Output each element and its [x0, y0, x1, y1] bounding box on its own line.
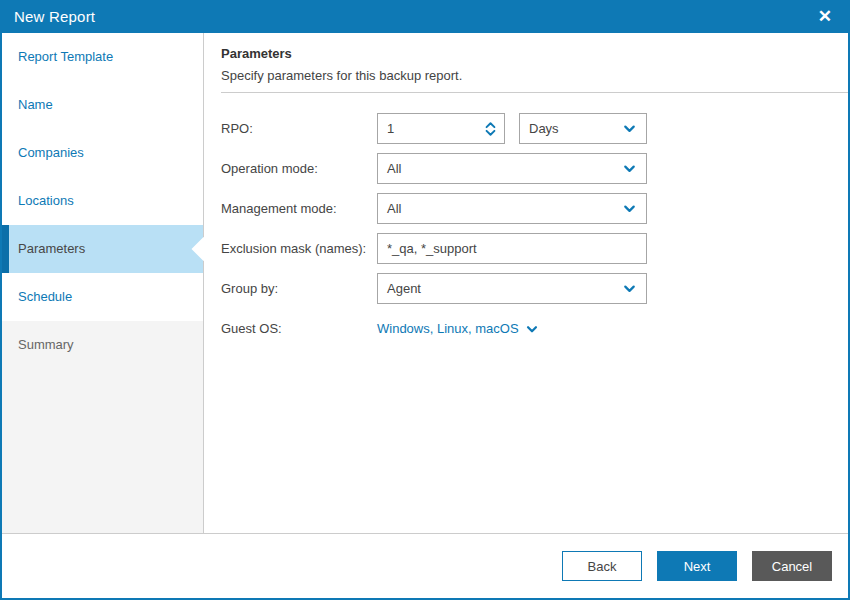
next-button[interactable]: Next [657, 551, 737, 581]
operation-mode-select[interactable]: All [377, 153, 647, 184]
chevron-down-icon [622, 281, 637, 296]
operation-mode-label: Operation mode: [221, 161, 377, 176]
cancel-button[interactable]: Cancel [752, 551, 832, 581]
guest-os-row: Guest OS: Windows, Linux, macOS [221, 313, 848, 344]
management-mode-select[interactable]: All [377, 193, 647, 224]
back-button[interactable]: Back [562, 551, 642, 581]
dialog-body: Report Template Name Companies Locations… [2, 33, 848, 533]
chevron-down-icon [622, 161, 637, 176]
operation-mode-row: Operation mode: All [221, 153, 848, 184]
management-mode-label: Management mode: [221, 201, 377, 216]
window-title: New Report [14, 8, 95, 25]
exclusion-mask-fieldbox [377, 233, 647, 264]
rpo-unit-value: Days [529, 121, 559, 136]
close-icon[interactable]: ✕ [814, 6, 836, 27]
rpo-controls: 1 Days [377, 113, 647, 144]
group-by-select[interactable]: Agent [377, 273, 647, 304]
sidebar-item-name[interactable]: Name [2, 81, 203, 129]
spinner-down-icon[interactable] [485, 129, 496, 136]
sidebar-item-locations[interactable]: Locations [2, 177, 203, 225]
rpo-value: 1 [387, 121, 394, 136]
step-subtitle: Specify parameters for this backup repor… [221, 68, 848, 83]
exclusion-mask-row: Exclusion mask (names): [221, 233, 848, 264]
rpo-label: RPO: [221, 121, 377, 136]
spinner-up-icon[interactable] [485, 121, 496, 128]
sidebar-item-report-template[interactable]: Report Template [2, 33, 203, 81]
sidebar-item-summary: Summary [2, 321, 203, 369]
new-report-dialog: New Report ✕ Report Template Name Compan… [0, 0, 850, 600]
guest-os-value: Windows, Linux, macOS [377, 321, 519, 336]
dialog-footer: Back Next Cancel [2, 533, 848, 598]
rpo-stepper[interactable]: 1 [377, 113, 505, 144]
operation-mode-value: All [387, 161, 401, 176]
management-mode-row: Management mode: All [221, 193, 848, 224]
chevron-down-icon [525, 322, 539, 336]
exclusion-mask-label: Exclusion mask (names): [221, 241, 377, 256]
chevron-down-icon [622, 121, 637, 136]
guest-os-label: Guest OS: [221, 321, 377, 336]
wizard-steps-sidebar: Report Template Name Companies Locations… [2, 33, 204, 533]
sidebar-item-schedule[interactable]: Schedule [2, 273, 203, 321]
parameters-step-panel: Parameters Specify parameters for this b… [204, 33, 848, 533]
rpo-unit-select[interactable]: Days [519, 113, 647, 144]
parameters-form: RPO: 1 [221, 93, 848, 344]
step-title: Parameters [221, 46, 848, 61]
title-bar: New Report ✕ [0, 0, 850, 33]
management-mode-value: All [387, 201, 401, 216]
group-by-row: Group by: Agent [221, 273, 848, 304]
rpo-spinner-arrows[interactable] [485, 121, 496, 136]
guest-os-dropdown-link[interactable]: Windows, Linux, macOS [377, 321, 539, 336]
rpo-row: RPO: 1 [221, 113, 848, 144]
sidebar-item-parameters[interactable]: Parameters [2, 225, 203, 273]
step-header: Parameters Specify parameters for this b… [221, 33, 848, 93]
sidebar-item-companies[interactable]: Companies [2, 129, 203, 177]
group-by-value: Agent [387, 281, 421, 296]
group-by-label: Group by: [221, 281, 377, 296]
chevron-down-icon [622, 201, 637, 216]
exclusion-mask-input[interactable] [387, 241, 637, 256]
